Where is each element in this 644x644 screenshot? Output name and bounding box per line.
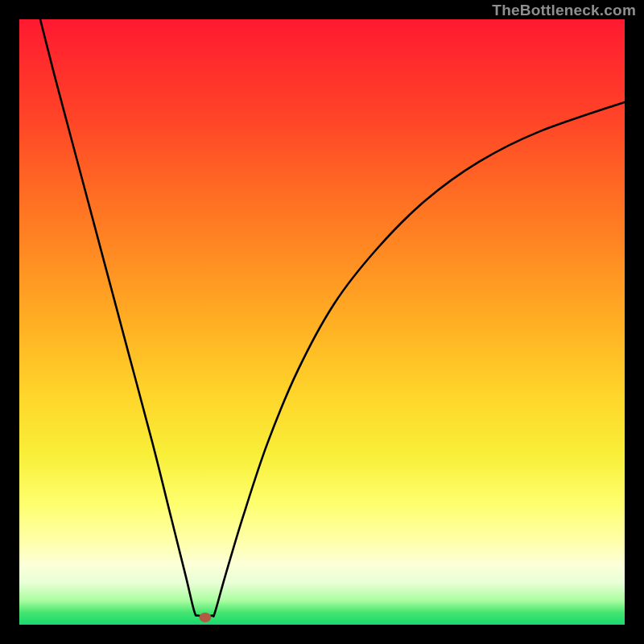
- bottleneck-curve: [19, 19, 625, 625]
- chart-frame: TheBottleneck.com: [0, 0, 644, 644]
- plot-area: [19, 19, 625, 625]
- watermark-text: TheBottleneck.com: [492, 2, 636, 19]
- minimum-marker: [199, 613, 211, 622]
- curve-path: [39, 19, 625, 617]
